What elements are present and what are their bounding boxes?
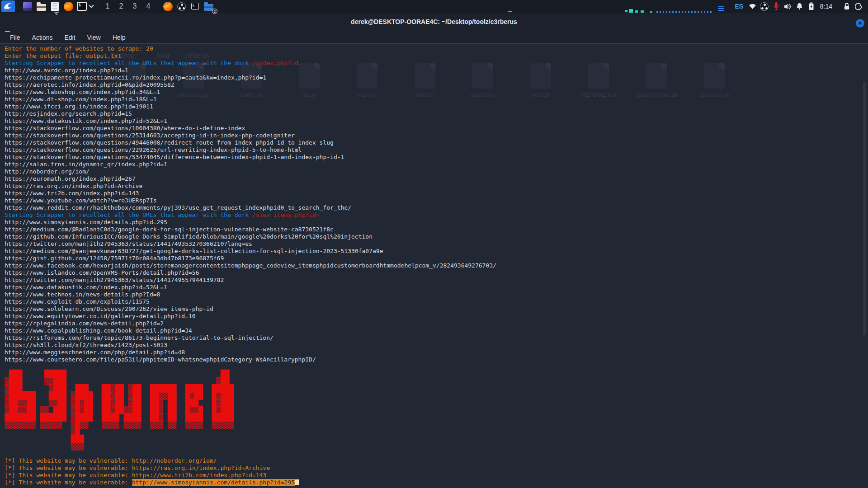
volume-icon[interactable] [782, 0, 794, 12]
terminal-line: Enter the output file: output.txt [5, 52, 496, 60]
scraped-url: https://stackoverflow.com/questions/5347… [5, 154, 496, 161]
ghost-file-label: scrapper.py [699, 91, 729, 98]
ghost-file-icon [704, 63, 725, 89]
wallpaper-glitch [625, 10, 627, 12]
scraped-url: https://euromath.org/index.php?id=267 [5, 175, 496, 183]
kali-menu-button[interactable] [1, 0, 15, 12]
battery-icon[interactable] [806, 0, 817, 12]
workspace-3-button[interactable]: 3 [128, 2, 142, 10]
menu-item-help[interactable]: Help [110, 33, 128, 42]
close-button[interactable]: ✕ [856, 19, 864, 28]
wallpaper-glitch [650, 11, 652, 13]
workspace-4-button[interactable]: 4 [142, 2, 155, 10]
launcher-text-editor[interactable]: ✎ [48, 0, 61, 12]
scraped-url: https://www.equitytower.co.id/gallery-de… [5, 313, 496, 320]
scraped-url: https://www.tri2b.com/index.php?id=143 [5, 190, 496, 197]
terminal-cursor [295, 479, 299, 485]
wallpaper-glitch [635, 10, 638, 13]
menu-item-edit[interactable]: Edit [61, 33, 78, 42]
vulnerable-report-line: [*] This website may be vulnerable: http… [5, 479, 496, 486]
scrapper-status-text: Starting Scrapper to recollect all the U… [5, 211, 252, 218]
menubar: FileActionsEditViewHelp [0, 32, 868, 44]
open-app-files[interactable]: 2 [202, 0, 215, 12]
scraped-url: https://www.islandco.com/OpenVMS-Ports/d… [5, 269, 496, 277]
folder-icon [37, 4, 46, 11]
scraped-url: https://echipamente-protectiamuncii.ro/i… [5, 74, 496, 81]
workspace-2-button[interactable]: 2 [114, 2, 128, 10]
chevron-down-icon[interactable] [89, 3, 94, 8]
clock[interactable]: 8:14 [817, 3, 835, 10]
menu-item-view[interactable]: View [85, 33, 104, 42]
wallpaper-glitch [641, 10, 644, 13]
scraped-url: https://twitter.com/manjith27945363/stat… [5, 277, 496, 284]
launcher-display-settings[interactable] [21, 0, 34, 12]
scraped-url: https://rstforums.com/forum/topic/86173-… [5, 334, 496, 342]
menu-item-file[interactable]: File [7, 33, 23, 42]
scraped-url: https://aerotec.info/index.php?id=0&pid=… [5, 81, 496, 89]
kali-dragon-icon [4, 2, 13, 11]
scraped-url: https://www.technos.in/news-details.php?… [5, 291, 496, 298]
wifi-icon[interactable] [747, 0, 759, 12]
dork-text: /view_items.php?id= [252, 211, 320, 218]
keyboard-layout-indicator[interactable]: ES [731, 0, 747, 12]
open-app-terminal[interactable]: $_ [188, 0, 202, 12]
microphone-icon[interactable] [770, 0, 782, 12]
scraped-url: https://www.exploit-db.com/exploits/1157… [5, 298, 496, 305]
scraped-url: https://www.dt-shop.com/index.php?id=18&… [5, 96, 496, 103]
terminal-window-body[interactable]: Help derekDesktoptoolzc3rberus RecentDoc… [0, 44, 868, 488]
ghost-file-label: requirements.txt [635, 91, 677, 98]
vulnerable-report-line: [*] This website may be vulnerable: http… [5, 457, 496, 465]
taskbar-separator [838, 2, 838, 10]
obs-tray-icon[interactable] [759, 0, 770, 12]
ghost-file-icon [588, 63, 609, 89]
scraped-url: http://salan.frns.in/dynamic_qr/index.ph… [5, 161, 496, 168]
scraped-url: https://www.coursehero.com/file/pa53il/p… [5, 356, 496, 363]
lock-screen-icon[interactable] [841, 0, 853, 12]
terminal-output: Enter the number of websites to scrape: … [5, 45, 496, 486]
scraped-url: http://www.simosyiannis.com/details.php?… [5, 219, 496, 226]
terminal-line: Enter the number of websites to scrape: … [5, 45, 496, 52]
open-app-firefox[interactable] [161, 0, 175, 12]
workspace-1-button[interactable]: 1 [101, 2, 114, 10]
scraped-url: http://www.ifcci.org.in/index.php?id=190… [5, 103, 496, 110]
ghost-file-label: README.md [581, 91, 616, 98]
taskbar: ✎ $_ 1 2 3 4 $_ 2 ES [0, 0, 868, 13]
folder-icon [204, 4, 213, 11]
logout-power-icon[interactable] [853, 0, 864, 12]
vulnerable-prefix: [*] This website may be vulnerable: [5, 479, 132, 486]
notifications-bell-icon[interactable] [794, 0, 806, 12]
window-title: derek@DESKTOP-OORAE4C: ~/Desktop/toolz/c… [0, 18, 868, 25]
scraped-url: https://www.youtube.com/watch?v=ro3UERsp… [5, 197, 496, 204]
scraped-url: https://stackoverflow.com/questions/2531… [5, 132, 496, 139]
scrapper-status-text: Starting Scrapper to recollect all the U… [5, 60, 252, 66]
terminal-window-titlebar[interactable]: derek@DESKTOP-OORAE4C: ~/Desktop/toolz/c… [0, 13, 868, 32]
wallpaper-glitch [508, 11, 512, 12]
open-app-obs[interactable] [175, 0, 188, 12]
scraped-url: http://www.meggieschneider.com/php/detai… [5, 349, 496, 356]
scraped-url: https://www.sololearn.com/Discuss/290726… [5, 305, 496, 313]
menu-item-actions[interactable]: Actions [29, 33, 56, 42]
obs-icon [177, 2, 186, 11]
scraped-url: http://noborder.org/iom/ [5, 168, 496, 175]
vulnerable-report-line: [*] This website may be vulnerable: http… [5, 472, 496, 479]
launcher-terminal[interactable]: $_ [75, 0, 89, 12]
scraped-url: http://www.avrdc.org/index.php?id=1 [5, 67, 496, 74]
taskbar-separator [98, 2, 98, 10]
taskbar-separator [18, 2, 18, 10]
terminal-icon: $_ [191, 3, 199, 10]
scraped-url: https://stackoverflow.com/questions/1060… [5, 125, 496, 132]
ghost-file-requirements.txt: requirements.txt [646, 63, 667, 89]
text-editor-icon: ✎ [51, 2, 59, 11]
launcher-firefox[interactable] [61, 0, 75, 12]
ghost-file-icon [530, 63, 551, 89]
selected-url[interactable]: http://www.simosyiannis.com/details.php?… [132, 479, 295, 486]
launcher-file-manager[interactable] [34, 0, 48, 12]
ghost-file-README.md: README.md [588, 63, 609, 89]
scraped-url: https://twitter.com/manjith27945363/stat… [5, 240, 496, 248]
scraped-url: https://medium.com/@sanjeevkumar638727/g… [5, 248, 496, 255]
wallpaper-glitch [629, 9, 633, 13]
scraped-url: https://www.datakustik.com/index.php?id=… [5, 284, 496, 291]
terminal-line [5, 450, 496, 457]
firefox-icon [163, 2, 173, 11]
scrollbar-thumb[interactable] [863, 82, 866, 335]
